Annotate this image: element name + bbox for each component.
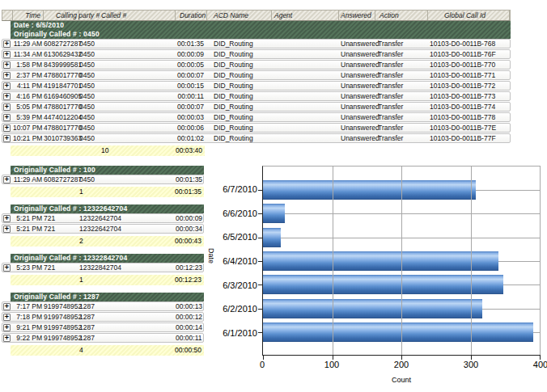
col-header-called[interactable]: Called #	[79, 11, 176, 20]
expand-row-button[interactable]: +	[3, 324, 11, 331]
y-axis-label: 6/5/2010	[212, 225, 257, 249]
x-axis-label: 0	[260, 360, 265, 369]
table-row[interactable]: + 7:17 PM 9199748952 1287 00:00:13	[2, 301, 204, 311]
cell-acd-name: DID_Routing	[207, 61, 272, 69]
originally-called-group-header[interactable]: Originally Called # : 1287	[11, 293, 204, 301]
call-group-table: Originally Called # : 12322842704 + 5:23…	[2, 254, 204, 285]
expand-row-button[interactable]: +	[3, 93, 11, 100]
cell-calling-party: 3010739363	[44, 134, 79, 142]
date-group-header[interactable]: Date : 6/5/2010	[11, 21, 511, 30]
cell-called: 0450	[79, 92, 176, 100]
table-row[interactable]: + 1:58 PM 8439999581 0450 00:00:05 DID_R…	[2, 60, 511, 70]
cell-time: 11:29 AM	[13, 40, 44, 48]
cell-agent	[272, 71, 339, 79]
cell-global-call-id: 10103-D0-0011B-77E	[428, 124, 510, 132]
expand-row-button[interactable]: +	[3, 114, 11, 121]
table-row[interactable]: + 5:05 PM 4788017770 0450 00:00:07 DID_R…	[2, 102, 511, 112]
expand-row-button[interactable]: +	[3, 82, 11, 90]
cell-global-call-id: 10103-D0-0011B-768	[428, 40, 510, 48]
table-row[interactable]: + 4:11 PM 4191847701 0450 00:00:15 DID_R…	[2, 81, 511, 91]
summary-call-count: 4	[79, 345, 83, 356]
cell-calling-party: 4788017770	[44, 103, 79, 111]
table-rows-container: + 5:21 PM 721 12322642704 00:00:09 + 5:2…	[2, 213, 204, 234]
summary-call-count: 1	[79, 275, 83, 285]
col-header-calling-party[interactable]: Calling party #	[44, 11, 79, 20]
expand-row-button[interactable]: +	[3, 303, 11, 310]
col-header-duration[interactable]: Duration	[176, 11, 207, 20]
cell-answered: Unanswered	[339, 61, 375, 69]
table-row[interactable]: + 5:21 PM 721 12322642704 00:00:09	[2, 213, 204, 223]
cell-calling-party: 721	[44, 225, 79, 233]
expand-row-button[interactable]: +	[3, 40, 11, 48]
table-row[interactable]: + 9:21 PM 9199748952 1287 00:00:14	[2, 322, 204, 332]
cell-answered: Unanswered	[339, 40, 375, 48]
expand-row-button[interactable]: +	[3, 135, 11, 142]
cell-global-call-id: 10103-D0-0011B-771	[428, 71, 510, 79]
expand-row-button[interactable]: +	[3, 51, 11, 58]
cell-duration: 00:00:12	[176, 313, 206, 321]
originally-called-group-header[interactable]: Originally Called # : 100	[11, 166, 204, 175]
cell-called: 12322842704	[79, 263, 176, 272]
expand-row-button[interactable]: +	[3, 226, 11, 233]
cell-duration: 00:00:11	[176, 334, 205, 342]
cell-action: Transfer	[375, 103, 428, 111]
table-row[interactable]: + 10:07 PM 4788017770 0450 00:00:06 DID_…	[2, 123, 511, 133]
cell-acd-name: DID_Routing	[207, 113, 272, 121]
cell-time: 11:29 AM	[13, 175, 44, 183]
cell-called: 1287	[79, 302, 176, 310]
expand-row-button[interactable]: +	[3, 264, 11, 272]
table-row[interactable]: + 4:16 PM 6169460905 0450 00:00:11 DID_R…	[2, 91, 511, 101]
expand-row-button[interactable]: +	[3, 103, 11, 111]
cell-calling-party: 4788017770	[44, 124, 79, 132]
expand-cell: +	[2, 313, 13, 321]
col-header-expand	[2, 11, 13, 20]
col-header-answered[interactable]: Answered	[339, 11, 375, 20]
chart-plot-area	[262, 166, 541, 356]
table-row[interactable]: + 11:29 AM 6082727287 0450 00:01:35 DID_…	[2, 39, 511, 48]
col-header-action[interactable]: Action	[375, 11, 428, 20]
expand-cell: +	[2, 175, 13, 183]
expand-row-button[interactable]: +	[3, 335, 11, 342]
col-header-agent[interactable]: Agent	[272, 11, 339, 20]
cell-called: 0450	[79, 113, 176, 121]
expand-row-button[interactable]: +	[3, 215, 11, 222]
table-row[interactable]: + 11:34 AM 6130629432 0450 00:00:09 DID_…	[2, 49, 511, 59]
table-row[interactable]: + 7:18 PM 9199748952 1287 00:00:12	[2, 312, 204, 322]
cell-calling-party: 721	[44, 263, 79, 272]
cell-answered: Unanswered	[339, 92, 375, 100]
cell-time: 5:23 PM	[13, 263, 44, 272]
table-row[interactable]: + 5:21 PM 721 12322642704 00:00:34	[2, 224, 204, 234]
cell-action: Transfer	[375, 134, 428, 142]
table-row[interactable]: + 2:37 PM 4788017770 0450 00:00:07 DID_R…	[2, 70, 511, 80]
chart-bar	[263, 251, 498, 271]
cell-answered: Unanswered	[339, 124, 375, 132]
summary-call-count: 1	[79, 187, 83, 197]
cell-agent	[272, 50, 339, 58]
col-header-time[interactable]: Time	[13, 11, 44, 20]
table-row[interactable]: + 5:23 PM 721 12322842704 00:12:23	[2, 263, 204, 272]
table-row[interactable]: + 10:21 PM 3010739363 0450 00:01:02 DID_…	[2, 133, 511, 143]
expand-row-button[interactable]: +	[3, 61, 11, 69]
expand-row-button[interactable]: +	[3, 314, 11, 321]
expand-row-button[interactable]: +	[3, 72, 11, 79]
originally-called-group-header[interactable]: Originally Called # : 0450	[11, 30, 511, 39]
expand-row-button[interactable]: +	[3, 176, 11, 183]
expand-row-button[interactable]: +	[3, 124, 11, 132]
table-row[interactable]: + 9:22 PM 9199748952 1287 00:00:11	[2, 333, 204, 343]
table-row[interactable]: + 11:29 AM 6082727287 0450 00:01:35	[2, 175, 204, 184]
chart-bar	[263, 180, 476, 200]
originally-called-group-header[interactable]: Originally Called # : 12322842704	[11, 254, 204, 263]
expand-cell: +	[2, 214, 13, 222]
cell-called: 0450	[79, 134, 176, 142]
chart-bar	[263, 204, 285, 223]
cell-calling-party: 4191847701	[44, 82, 79, 90]
cell-time: 10:21 PM	[13, 134, 44, 142]
expand-cell: +	[2, 92, 13, 100]
cell-time: 4:11 PM	[13, 82, 44, 90]
col-header-acd-name[interactable]: ACD Name	[207, 11, 272, 20]
expand-cell: +	[2, 225, 13, 233]
table-row[interactable]: + 5:39 PM 4474012204 0450 00:00:03 DID_R…	[2, 112, 511, 122]
cell-acd-name: DID_Routing	[207, 40, 272, 48]
col-header-global-call-id[interactable]: Global Call Id	[428, 11, 510, 20]
originally-called-group-header[interactable]: Originally Called # : 12322642704	[11, 204, 204, 213]
